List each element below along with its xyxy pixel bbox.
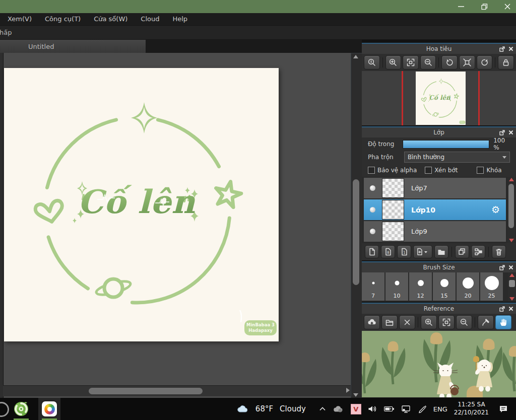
delete-layer-button[interactable] <box>492 245 506 258</box>
layer-row-lop10-selected[interactable]: Lớp10 ⚙ <box>364 199 506 220</box>
canvas-horizontal-scrollbar[interactable] <box>3 385 351 396</box>
language-indicator[interactable]: ENG <box>433 405 447 413</box>
new-1bit-layer-button[interactable]: 1 <box>397 245 411 258</box>
network-monitor-icon[interactable] <box>401 405 411 413</box>
action-center-icon[interactable] <box>498 404 509 413</box>
popout-icon[interactable] <box>499 306 505 312</box>
weather-condition[interactable]: Cloudy <box>280 404 306 413</box>
panel-close-icon[interactable] <box>508 46 513 51</box>
show-hidden-icons-chevron[interactable] <box>318 405 327 412</box>
drawing-canvas[interactable]: Cố lên MinBabaa 3 Hadapaxy <box>4 68 279 341</box>
vertical-scroll-thumb[interactable] <box>353 179 359 285</box>
panel-close-icon[interactable] <box>508 265 513 270</box>
merge-layer-button[interactable] <box>471 245 485 258</box>
close-button[interactable] <box>499 0 516 13</box>
layer-row-lop9[interactable]: Lớp9 <box>364 221 506 242</box>
zoom-in-button[interactable] <box>385 55 402 69</box>
brush-size-20[interactable]: 20 <box>457 272 479 301</box>
taskbar-medibang-button[interactable] <box>38 398 60 420</box>
taskbar-coccoc-button[interactable] <box>10 398 32 420</box>
canvas-viewport[interactable]: Cố lên MinBabaa 3 Hadapaxy <box>0 53 351 398</box>
merge-icon <box>474 247 483 256</box>
reference-clear-button[interactable] <box>399 315 415 329</box>
clock[interactable]: 11:25 SA 22/10/2021 <box>454 401 489 416</box>
canvas-vertical-scrollbar[interactable] <box>351 53 362 399</box>
scroll-down-arrow[interactable] <box>353 393 358 397</box>
reference-zoom-in-button[interactable] <box>421 315 437 329</box>
navigator-thumbnail[interactable] <box>416 72 466 125</box>
scroll-down-arrow[interactable] <box>509 239 514 242</box>
horizontal-scroll-thumb[interactable] <box>89 388 203 394</box>
new-layer-button[interactable] <box>365 245 379 258</box>
menu-item-cua-so[interactable]: Cửa sổ(W) <box>87 13 134 25</box>
reference-hand-button[interactable] <box>495 315 511 329</box>
v-tray-icon[interactable]: V <box>351 404 361 414</box>
brush-size-title: Brush Size <box>362 264 516 271</box>
menu-item-help[interactable]: Help <box>166 13 194 25</box>
brush-size-10[interactable]: 10 <box>385 272 408 301</box>
fit-screen-button[interactable] <box>403 55 419 69</box>
duplicate-layer-button[interactable] <box>455 245 469 258</box>
new-folder-button[interactable] <box>434 245 448 258</box>
layers-title: Lớp <box>362 129 516 136</box>
gear-icon[interactable]: ⚙ <box>491 205 500 215</box>
scroll-down-arrow[interactable] <box>509 297 514 301</box>
popout-icon[interactable] <box>499 130 505 135</box>
scroll-up-arrow[interactable] <box>509 178 514 181</box>
zoom-out-button[interactable] <box>420 55 436 69</box>
pen-icon[interactable] <box>418 405 427 413</box>
menu-item-cloud[interactable]: Cloud <box>134 13 166 25</box>
layer-toolbar: 8 1 <box>362 243 516 260</box>
tab-untitled[interactable]: Untitled <box>0 40 146 53</box>
new-8bit-layer-button[interactable]: 8 <box>381 245 395 258</box>
brush-size-12[interactable]: 12 <box>409 272 432 301</box>
weather-temp[interactable]: 68°F <box>255 404 273 413</box>
reference-zoom-out-button[interactable] <box>456 315 472 329</box>
reference-fit-button[interactable] <box>438 315 455 329</box>
reference-image[interactable] <box>362 331 516 397</box>
layer-row-lop7[interactable]: Lớp7 <box>364 178 506 198</box>
menu-item-cong-cu[interactable]: Công cụ(T) <box>38 13 87 25</box>
lock-view-button[interactable] <box>498 55 514 69</box>
rotate-left-button[interactable] <box>441 55 458 69</box>
onedrive-cloud-icon[interactable] <box>333 405 344 413</box>
visibility-dot-icon[interactable] <box>370 207 375 213</box>
panel-close-icon[interactable] <box>508 130 513 135</box>
lock-checkbox[interactable]: Khóa <box>477 167 501 174</box>
close-icon <box>504 4 510 10</box>
brush-scrollbar[interactable] <box>508 272 516 302</box>
restore-button[interactable] <box>476 0 493 13</box>
visibility-dot-icon[interactable] <box>370 185 375 191</box>
panel-close-icon[interactable] <box>508 306 513 311</box>
brush-size-15[interactable]: 15 <box>433 272 456 301</box>
navigator-preview[interactable] <box>362 71 516 125</box>
brush-scroll-thumb[interactable] <box>509 280 515 287</box>
popout-icon[interactable] <box>499 46 505 52</box>
partial-app-icon[interactable] <box>0 402 9 417</box>
reset-view-button[interactable] <box>459 55 475 69</box>
protect-alpha-checkbox[interactable]: Bảo vệ alpha <box>368 167 417 174</box>
minimize-button[interactable] <box>453 0 470 13</box>
blend-mode-select[interactable]: Bình thường <box>404 152 510 163</box>
scroll-up-arrow[interactable] <box>509 273 514 277</box>
scroll-right-arrow[interactable] <box>346 388 350 393</box>
brush-size-7[interactable]: 7 <box>362 272 384 301</box>
battery-icon[interactable] <box>384 405 395 412</box>
artwork-text: Cố lên <box>78 183 196 221</box>
add-layer-dropdown-button[interactable] <box>413 245 432 258</box>
menu-item-xem[interactable]: Xem(V) <box>1 13 38 25</box>
brush-size-25[interactable]: 25 <box>480 272 503 301</box>
speaker-icon[interactable] <box>368 405 377 413</box>
reference-eyedropper-button[interactable] <box>478 315 494 329</box>
rotate-right-button[interactable] <box>477 55 493 69</box>
opacity-slider[interactable] <box>403 140 489 149</box>
clipping-checkbox[interactable]: Xén bớt <box>425 167 458 174</box>
layer-scroll-thumb[interactable] <box>508 184 514 228</box>
scroll-up-arrow[interactable] <box>353 55 358 58</box>
reference-open-button[interactable] <box>381 315 398 329</box>
popout-icon[interactable] <box>499 265 505 270</box>
reference-import-button[interactable] <box>364 315 380 329</box>
visibility-dot-icon[interactable] <box>370 229 375 234</box>
zoom-actual-button[interactable] <box>364 55 380 69</box>
layer-list-scrollbar[interactable] <box>507 177 515 243</box>
